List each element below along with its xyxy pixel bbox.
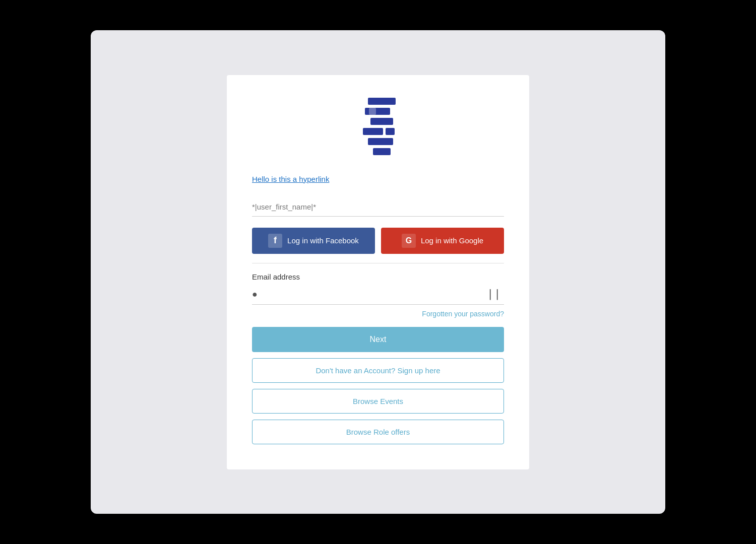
svg-rect-7 <box>368 138 393 145</box>
logo-container <box>252 95 504 161</box>
next-button[interactable]: Next <box>252 327 504 352</box>
browse-roles-button[interactable]: Browse Role offers <box>252 420 504 444</box>
social-buttons: f Log in with Facebook G Log in with Goo… <box>252 228 504 254</box>
facebook-icon: f <box>268 234 282 248</box>
google-button-label: Log in with Google <box>421 236 483 245</box>
google-icon: G <box>402 234 416 248</box>
svg-rect-8 <box>373 148 391 155</box>
browse-events-button[interactable]: Browse Events <box>252 389 504 414</box>
hyperlink[interactable]: Hello is this a hyperlink <box>252 175 504 183</box>
svg-rect-5 <box>363 128 383 135</box>
google-login-button[interactable]: G Log in with Google <box>381 228 504 254</box>
app-logo <box>358 95 398 161</box>
biometric-icon: ▏▏ <box>490 289 504 300</box>
email-input-container: ● ▏▏ <box>252 285 504 305</box>
login-card: Hello is this a hyperlink f Log in with … <box>227 75 529 469</box>
svg-rect-1 <box>368 98 375 105</box>
email-label: Email address <box>252 273 504 281</box>
outer-frame: Hello is this a hyperlink f Log in with … <box>91 30 665 514</box>
email-input[interactable] <box>262 290 486 299</box>
person-icon: ● <box>252 289 258 300</box>
svg-rect-4 <box>370 118 393 125</box>
svg-rect-3 <box>369 108 376 115</box>
divider <box>252 263 504 263</box>
forgot-password-link[interactable]: Forgotten your password? <box>252 310 504 318</box>
first-name-input[interactable] <box>252 197 504 217</box>
svg-rect-0 <box>373 98 396 105</box>
facebook-button-label: Log in with Facebook <box>287 236 359 245</box>
svg-rect-2 <box>365 108 390 115</box>
signup-button[interactable]: Don't have an Account? Sign up here <box>252 358 504 383</box>
svg-rect-6 <box>386 128 395 135</box>
facebook-login-button[interactable]: f Log in with Facebook <box>252 228 375 254</box>
